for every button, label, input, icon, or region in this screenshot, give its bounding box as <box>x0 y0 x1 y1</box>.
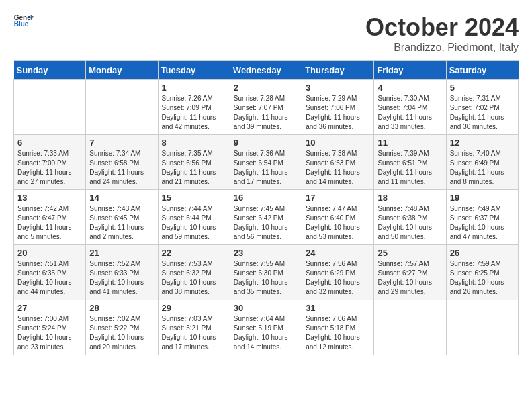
day-daylight: Daylight: 11 hours and 33 minutes. <box>378 113 432 130</box>
day-sunrise: Sunrise: 7:44 AM <box>162 205 213 212</box>
day-daylight: Daylight: 10 hours and 44 minutes. <box>17 279 72 295</box>
col-thursday: Thursday <box>302 61 374 80</box>
day-daylight: Daylight: 10 hours and 56 minutes. <box>234 224 288 240</box>
day-number: 18 <box>378 193 442 203</box>
day-sunset: Sunset: 7:07 PM <box>234 104 283 111</box>
day-sunset: Sunset: 7:02 PM <box>450 104 500 111</box>
day-daylight: Daylight: 10 hours and 14 minutes. <box>234 334 288 351</box>
day-number: 13 <box>17 193 82 203</box>
day-sunset: Sunset: 6:30 PM <box>234 269 283 277</box>
day-cell: 9 Sunrise: 7:36 AM Sunset: 6:54 PM Dayli… <box>230 135 302 190</box>
day-daylight: Daylight: 11 hours and 42 minutes. <box>162 113 216 130</box>
day-sunrise: Sunrise: 7:28 AM <box>234 95 285 102</box>
day-sunrise: Sunrise: 7:33 AM <box>17 150 69 157</box>
col-friday: Friday <box>374 61 446 80</box>
day-number: 23 <box>234 248 298 258</box>
day-number: 28 <box>89 303 154 313</box>
day-cell: 8 Sunrise: 7:35 AM Sunset: 6:56 PM Dayli… <box>158 135 230 190</box>
day-daylight: Daylight: 11 hours and 39 minutes. <box>234 113 288 130</box>
day-daylight: Daylight: 11 hours and 5 minutes. <box>17 224 72 240</box>
day-sunrise: Sunrise: 7:38 AM <box>306 150 357 157</box>
day-daylight: Daylight: 11 hours and 21 minutes. <box>162 169 216 185</box>
day-sunset: Sunset: 7:00 PM <box>17 159 67 167</box>
day-number: 19 <box>450 193 515 203</box>
day-daylight: Daylight: 10 hours and 17 minutes. <box>162 334 216 351</box>
day-sunrise: Sunrise: 7:35 AM <box>162 150 213 157</box>
day-cell: 14 Sunrise: 7:43 AM Sunset: 6:45 PM Dayl… <box>86 190 158 245</box>
day-cell: 27 Sunrise: 7:00 AM Sunset: 5:24 PM Dayl… <box>14 300 86 355</box>
day-sunrise: Sunrise: 7:34 AM <box>89 150 140 157</box>
day-number: 20 <box>17 248 82 258</box>
day-daylight: Daylight: 11 hours and 27 minutes. <box>17 169 72 185</box>
day-sunrise: Sunrise: 7:59 AM <box>450 260 501 267</box>
day-sunset: Sunset: 6:42 PM <box>234 214 283 222</box>
day-cell: 13 Sunrise: 7:42 AM Sunset: 6:47 PM Dayl… <box>14 190 86 245</box>
day-daylight: Daylight: 10 hours and 26 minutes. <box>450 279 504 295</box>
title-area: October 2024 Brandizzo, Piedmont, Italy <box>365 13 519 54</box>
day-number: 7 <box>89 138 154 148</box>
day-sunset: Sunset: 6:35 PM <box>17 269 67 277</box>
day-sunset: Sunset: 6:47 PM <box>17 214 67 222</box>
day-daylight: Daylight: 11 hours and 14 minutes. <box>306 169 360 185</box>
day-cell: 17 Sunrise: 7:47 AM Sunset: 6:40 PM Dayl… <box>302 190 374 245</box>
day-daylight: Daylight: 10 hours and 29 minutes. <box>378 279 432 295</box>
day-sunset: Sunset: 7:09 PM <box>162 104 212 111</box>
col-sunday: Sunday <box>14 61 86 80</box>
day-sunrise: Sunrise: 7:04 AM <box>234 315 285 322</box>
day-sunset: Sunset: 6:37 PM <box>450 214 500 222</box>
day-cell: 20 Sunrise: 7:51 AM Sunset: 6:35 PM Dayl… <box>14 245 86 300</box>
day-cell: 10 Sunrise: 7:38 AM Sunset: 6:53 PM Dayl… <box>302 135 374 190</box>
day-number: 6 <box>17 138 82 148</box>
day-sunset: Sunset: 5:21 PM <box>162 324 212 332</box>
week-row-4: 20 Sunrise: 7:51 AM Sunset: 6:35 PM Dayl… <box>14 245 519 300</box>
day-daylight: Daylight: 11 hours and 24 minutes. <box>89 169 144 185</box>
day-sunset: Sunset: 6:29 PM <box>306 269 355 277</box>
col-monday: Monday <box>86 61 158 80</box>
day-cell: 7 Sunrise: 7:34 AM Sunset: 6:58 PM Dayli… <box>86 135 158 190</box>
header-row: Sunday Monday Tuesday Wednesday Thursday… <box>14 61 519 80</box>
day-sunset: Sunset: 7:06 PM <box>306 104 355 111</box>
day-sunset: Sunset: 5:19 PM <box>234 324 283 332</box>
day-daylight: Daylight: 11 hours and 17 minutes. <box>234 169 288 185</box>
day-cell: 29 Sunrise: 7:03 AM Sunset: 5:21 PM Dayl… <box>158 300 230 355</box>
day-sunrise: Sunrise: 7:42 AM <box>17 205 69 212</box>
day-sunrise: Sunrise: 7:47 AM <box>306 205 357 212</box>
day-sunrise: Sunrise: 7:36 AM <box>234 150 285 157</box>
day-sunrise: Sunrise: 7:26 AM <box>162 95 213 102</box>
day-number: 24 <box>306 248 370 258</box>
day-daylight: Daylight: 10 hours and 12 minutes. <box>306 334 360 351</box>
day-sunset: Sunset: 6:27 PM <box>378 269 427 277</box>
day-sunrise: Sunrise: 7:45 AM <box>234 205 285 212</box>
day-sunrise: Sunrise: 7:30 AM <box>378 95 429 102</box>
day-daylight: Daylight: 10 hours and 59 minutes. <box>162 224 216 240</box>
day-number: 3 <box>306 83 370 93</box>
day-cell: 19 Sunrise: 7:49 AM Sunset: 6:37 PM Dayl… <box>446 190 518 245</box>
day-number: 29 <box>162 303 226 313</box>
day-number: 4 <box>378 83 442 93</box>
day-sunset: Sunset: 6:33 PM <box>89 269 139 277</box>
day-daylight: Daylight: 10 hours and 50 minutes. <box>378 224 432 240</box>
day-cell <box>14 80 86 135</box>
day-sunset: Sunset: 6:38 PM <box>378 214 427 222</box>
day-sunrise: Sunrise: 7:55 AM <box>234 260 285 267</box>
day-number: 22 <box>162 248 226 258</box>
day-sunset: Sunset: 6:54 PM <box>234 159 283 167</box>
day-daylight: Daylight: 11 hours and 30 minutes. <box>450 113 504 130</box>
day-number: 21 <box>89 248 154 258</box>
day-sunrise: Sunrise: 7:49 AM <box>450 205 501 212</box>
day-number: 25 <box>378 248 442 258</box>
col-wednesday: Wednesday <box>230 61 302 80</box>
calendar-table: Sunday Monday Tuesday Wednesday Thursday… <box>13 60 519 355</box>
day-sunset: Sunset: 5:18 PM <box>306 324 355 332</box>
day-cell <box>86 80 158 135</box>
day-number: 31 <box>306 303 370 313</box>
day-number: 12 <box>450 138 515 148</box>
day-daylight: Daylight: 10 hours and 41 minutes. <box>89 279 144 295</box>
day-sunrise: Sunrise: 7:43 AM <box>89 205 140 212</box>
day-cell: 4 Sunrise: 7:30 AM Sunset: 7:04 PM Dayli… <box>374 80 446 135</box>
day-daylight: Daylight: 10 hours and 23 minutes. <box>17 334 72 351</box>
day-number: 30 <box>234 303 298 313</box>
day-cell: 25 Sunrise: 7:57 AM Sunset: 6:27 PM Dayl… <box>374 245 446 300</box>
day-sunset: Sunset: 6:53 PM <box>306 159 355 167</box>
col-saturday: Saturday <box>446 61 518 80</box>
